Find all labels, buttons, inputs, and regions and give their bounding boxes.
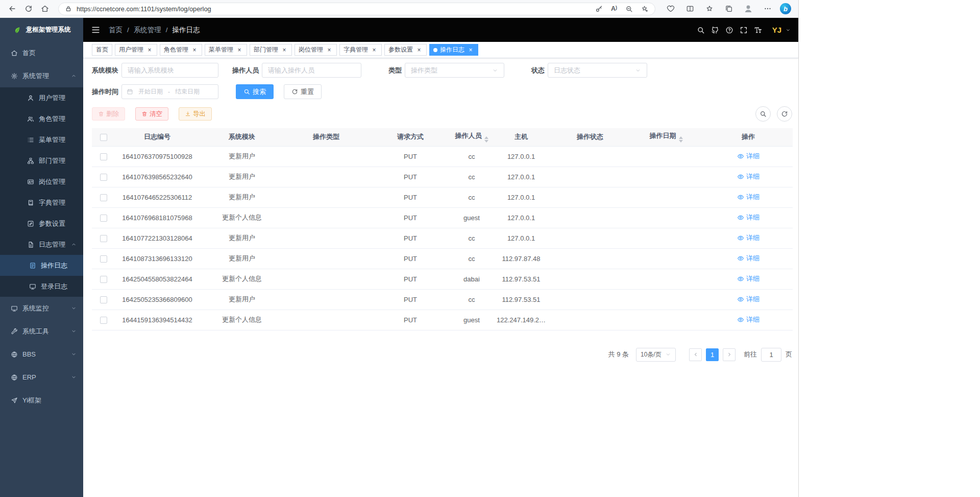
github-icon[interactable]	[708, 23, 722, 37]
sidebar-group-bbs[interactable]: BBS	[0, 343, 83, 366]
goto-page-input[interactable]	[761, 348, 781, 362]
sidebar-item-oper-log[interactable]: 操作日志	[0, 255, 83, 276]
sidebar-group-system-mgmt[interactable]: 系统管理	[0, 64, 83, 87]
font-size-icon[interactable]	[751, 23, 765, 37]
detail-link[interactable]: 详细	[737, 254, 760, 263]
row-checkbox[interactable]	[100, 174, 107, 181]
page-size-select[interactable]: 10条/页	[636, 348, 676, 362]
row-checkbox[interactable]	[100, 276, 107, 283]
tab-menu-mgmt[interactable]: 菜单管理×	[205, 44, 247, 56]
zoom-out-icon[interactable]	[625, 5, 633, 13]
read-aloud-icon[interactable]: A)	[611, 5, 617, 12]
detail-link[interactable]: 详细	[737, 315, 760, 324]
col-date[interactable]: 操作日期	[628, 128, 704, 146]
bing-icon[interactable]: b	[780, 3, 791, 14]
add-favorite-icon[interactable]	[641, 5, 649, 13]
tab-post-mgmt[interactable]: 岗位管理×	[295, 44, 337, 56]
help-icon[interactable]	[722, 23, 737, 37]
detail-link[interactable]: 详细	[737, 193, 760, 202]
tab-user-mgmt[interactable]: 用户管理×	[115, 44, 157, 56]
row-checkbox[interactable]	[100, 296, 107, 303]
fullscreen-icon[interactable]	[737, 23, 751, 37]
sort-desc-icon[interactable]	[679, 140, 683, 143]
detail-link[interactable]: 详细	[737, 233, 760, 243]
row-checkbox[interactable]	[100, 317, 107, 324]
reload-icon[interactable]	[21, 2, 36, 16]
type-select[interactable]: 操作类型	[405, 63, 504, 78]
export-button[interactable]: 导出	[179, 107, 212, 121]
prev-page-button[interactable]	[689, 348, 702, 361]
clear-button[interactable]: 清空	[135, 107, 168, 121]
back-icon[interactable]	[5, 2, 19, 16]
sort-asc-icon[interactable]	[484, 136, 488, 139]
module-input[interactable]	[121, 63, 218, 78]
search-button[interactable]: 搜索	[236, 84, 274, 99]
close-icon[interactable]: ×	[281, 46, 288, 54]
tab-home[interactable]: 首页	[92, 44, 112, 56]
url-text[interactable]: https://ccnetcore.com:1101/system/log/op…	[77, 5, 591, 13]
detail-link[interactable]: 详细	[737, 172, 760, 181]
breadcrumb-item[interactable]: 首页	[109, 26, 122, 35]
address-bar[interactable]: https://ccnetcore.com:1101/system/log/op…	[58, 3, 655, 15]
delete-button[interactable]: 删除	[92, 107, 125, 121]
sidebar-item-home[interactable]: 首页	[0, 41, 83, 64]
reset-button[interactable]: 重置	[284, 84, 322, 99]
more-icon[interactable]	[761, 2, 775, 16]
breadcrumb-item[interactable]: 系统管理	[134, 26, 161, 35]
sidebar-item-menu-mgmt[interactable]: 菜单管理	[0, 129, 83, 150]
tab-dept-mgmt[interactable]: 部门管理×	[250, 44, 292, 56]
close-icon[interactable]: ×	[415, 46, 423, 54]
header-search-icon[interactable]	[694, 23, 708, 37]
tab-role-mgmt[interactable]: 角色管理×	[160, 44, 202, 56]
sidebar-group-log-mgmt[interactable]: 日志管理	[0, 234, 83, 255]
table-refresh-button[interactable]	[777, 106, 792, 122]
detail-link[interactable]: 详细	[737, 152, 760, 161]
detail-link[interactable]: 详细	[737, 295, 760, 304]
page-number-1[interactable]: 1	[706, 348, 719, 361]
sidebar-item-user-mgmt[interactable]: 用户管理	[0, 87, 83, 108]
split-screen-icon[interactable]	[683, 2, 697, 16]
tab-oper-log[interactable]: 操作日志×	[429, 44, 478, 56]
tab-param-settings[interactable]: 参数设置×	[384, 44, 427, 56]
date-range-picker[interactable]: 开始日期 - 结束日期	[121, 84, 218, 99]
sidebar-toggle-icon[interactable]	[91, 25, 101, 35]
sidebar-item-dict-mgmt[interactable]: 字典管理	[0, 192, 83, 213]
sort-asc-icon[interactable]	[679, 136, 683, 139]
status-select[interactable]: 日志状态	[548, 63, 647, 78]
select-all-checkbox[interactable]	[100, 134, 107, 141]
sidebar-item-post-mgmt[interactable]: 岗位管理	[0, 171, 83, 192]
sidebar-group-system-monitor[interactable]: 系统监控	[0, 297, 83, 320]
sidebar-item-dept-mgmt[interactable]: 部门管理	[0, 150, 83, 171]
close-icon[interactable]: ×	[371, 46, 378, 54]
close-icon[interactable]: ×	[467, 46, 474, 54]
row-checkbox[interactable]	[100, 215, 107, 222]
user-logo[interactable]: YJ	[769, 23, 785, 37]
row-checkbox[interactable]	[100, 194, 107, 201]
sidebar-item-role-mgmt[interactable]: 角色管理	[0, 108, 83, 129]
collections-icon[interactable]	[722, 2, 736, 16]
tab-dict-mgmt[interactable]: 字典管理×	[339, 44, 382, 56]
detail-link[interactable]: 详细	[737, 213, 760, 222]
profile-avatar[interactable]	[741, 2, 755, 16]
operator-input[interactable]	[262, 63, 361, 78]
caret-down-icon[interactable]	[786, 28, 791, 33]
sidebar-item-param-settings[interactable]: 参数设置	[0, 213, 83, 234]
browser-home-icon[interactable]	[38, 2, 52, 16]
sidebar-item-yi-framework[interactable]: Yi框架	[0, 389, 83, 412]
close-icon[interactable]: ×	[326, 46, 333, 54]
browser-essentials-icon[interactable]	[664, 2, 678, 16]
sidebar-group-erp[interactable]: ERP	[0, 366, 83, 389]
row-checkbox[interactable]	[100, 255, 107, 263]
close-icon[interactable]: ×	[146, 46, 153, 54]
col-operator[interactable]: 操作人员	[453, 128, 491, 146]
next-page-button[interactable]	[723, 348, 736, 361]
sort-icons[interactable]	[484, 136, 488, 143]
close-icon[interactable]: ×	[191, 46, 198, 54]
sidebar-group-system-tools[interactable]: 系统工具	[0, 320, 83, 343]
toggle-search-button[interactable]	[755, 106, 771, 122]
row-checkbox[interactable]	[100, 153, 107, 160]
close-icon[interactable]: ×	[236, 46, 243, 54]
favorites-icon[interactable]	[702, 2, 717, 16]
row-checkbox[interactable]	[100, 235, 107, 242]
sidebar-item-login-log[interactable]: 登录日志	[0, 276, 83, 297]
